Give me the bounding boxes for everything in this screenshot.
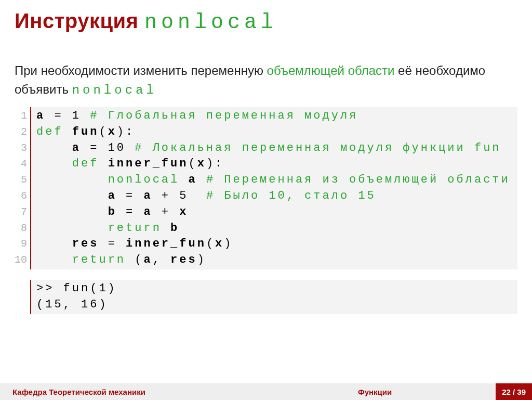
code-body: a = 1 # Глобальная переменная модуля def… xyxy=(31,107,510,269)
intro-paragraph: При необходимости изменить переменную об… xyxy=(15,61,517,100)
slide-title: Инструкция nonlocal xyxy=(15,9,517,34)
output-listing: >> fun(1) (15, 16) xyxy=(30,280,517,314)
intro-text-1: При необходимости изменить переменную xyxy=(15,63,267,78)
slide-footer: Кафедра Теоретической механики Функции 2… xyxy=(0,383,532,400)
footer-department: Кафедра Теоретической механики xyxy=(0,388,254,396)
intro-keyword: nonlocal xyxy=(72,83,157,97)
output-body: >> fun(1) (15, 16) xyxy=(31,280,117,314)
slide-content: Инструкция nonlocal При необходимости из… xyxy=(0,0,532,314)
footer-section: Функции xyxy=(254,388,496,396)
title-keyword: nonlocal xyxy=(144,11,277,34)
title-prefix: Инструкция xyxy=(15,9,144,32)
code-listing: 1 2 3 4 5 6 7 8 9 10 a = 1 # Глобальная … xyxy=(15,107,517,269)
line-numbers: 1 2 3 4 5 6 7 8 9 10 xyxy=(15,107,31,269)
intro-highlight: объемлющей области xyxy=(267,63,395,78)
footer-page-number: 22 / 39 xyxy=(496,383,532,400)
